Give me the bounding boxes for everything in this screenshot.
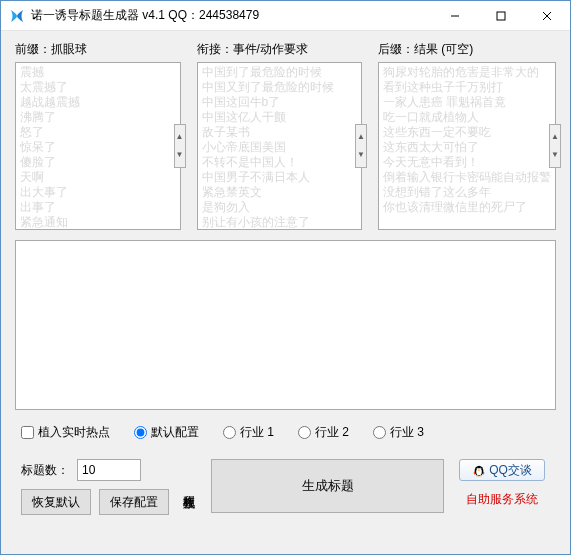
svg-rect-1	[497, 12, 505, 20]
list-item[interactable]: 傻脸了	[20, 155, 176, 170]
prefix-scroll[interactable]: ▲▼	[174, 124, 186, 168]
svg-point-11	[476, 475, 479, 476]
list-item[interactable]: 中国男子不满日本人	[202, 170, 358, 185]
suffix-scroll[interactable]: ▲▼	[549, 124, 561, 168]
restore-default-button[interactable]: 恢复默认	[21, 489, 91, 515]
list-item[interactable]: 小心帝底国美国	[202, 140, 358, 155]
bridge-scroll[interactable]: ▲▼	[355, 124, 367, 168]
title-count-input[interactable]	[77, 459, 141, 481]
list-item[interactable]: 沸腾了	[20, 110, 176, 125]
list-item[interactable]: 紧急禁英文	[202, 185, 358, 200]
list-item[interactable]: 看到这种虫子千万别打	[383, 80, 551, 95]
hotspot-checkbox[interactable]: 植入实时热点	[21, 424, 110, 441]
count-label: 标题数：	[21, 462, 69, 479]
right-links: QQ交谈 自助服务系统	[454, 459, 550, 508]
list-item[interactable]: 狗尿对轮胎的危害是非常大的	[383, 65, 551, 80]
output-textarea[interactable]	[15, 240, 556, 410]
list-item[interactable]: 你也该清理微信里的死尸了	[383, 200, 551, 215]
default-config-radio[interactable]: 默认配置	[134, 424, 199, 441]
columns-row: 前缀：抓眼球 震撼太震撼了越战越震撼沸腾了怒了惊呆了傻脸了天啊出大事了出事了紧急…	[15, 41, 556, 230]
list-item[interactable]: 怒了	[20, 125, 176, 140]
self-service-link[interactable]: 自助服务系统	[466, 491, 538, 508]
list-item[interactable]: 天啊	[20, 170, 176, 185]
suffix-column: 后缀：结果 (可空) 狗尿对轮胎的危害是非常大的看到这种虫子千万别打一家人患癌 …	[378, 41, 556, 230]
bridge-list[interactable]: 中国到了最危险的时候中国又到了最危险的时候中国这回牛b了中国这亿人干颤敌子某书小…	[197, 62, 363, 230]
suffix-label: 后缀：结果 (可空)	[378, 41, 556, 58]
generate-title-button[interactable]: 生成标题	[211, 459, 444, 513]
list-item[interactable]: 惊呆了	[20, 140, 176, 155]
list-item[interactable]: 敌子某书	[202, 125, 358, 140]
app-window: 诺一诱导标题生成器 v4.1 QQ：244538479 前缀：抓眼球 震撼太震撼…	[0, 0, 571, 555]
industry-3-radio[interactable]: 行业 3	[373, 424, 424, 441]
suffix-list[interactable]: 狗尿对轮胎的危害是非常大的看到这种虫子千万别打一家人患癌 罪魁祸首竟吃一口就成植…	[378, 62, 556, 230]
list-item[interactable]: 这些东西一定不要吃	[383, 125, 551, 140]
bridge-label: 衔接：事件/动作要求	[197, 41, 363, 58]
svg-point-9	[480, 468, 481, 469]
list-item[interactable]: 吃一口就成植物人	[383, 110, 551, 125]
content-area: 前缀：抓眼球 震撼太震撼了越战越震撼沸腾了怒了惊呆了傻脸了天啊出大事了出事了紧急…	[1, 31, 570, 554]
list-item[interactable]: 震撼	[20, 65, 176, 80]
list-item[interactable]: 没想到错了这么多年	[383, 185, 551, 200]
list-item[interactable]: 出大事了	[20, 185, 176, 200]
titlebar: 诺一诱导标题生成器 v4.1 QQ：244538479	[1, 1, 570, 31]
maximize-button[interactable]	[478, 1, 524, 31]
options-row: 植入实时热点 默认配置 行业 1 行业 2 行业 3	[15, 424, 556, 441]
list-item[interactable]: 太震撼了	[20, 80, 176, 95]
list-item[interactable]: 中国又到了最危险的时候	[202, 80, 358, 95]
window-title: 诺一诱导标题生成器 v4.1 QQ：244538479	[31, 7, 259, 24]
industry-1-radio[interactable]: 行业 1	[223, 424, 274, 441]
list-item[interactable]: 越战越震撼	[20, 95, 176, 110]
qq-chat-button[interactable]: QQ交谈	[459, 459, 545, 481]
list-item[interactable]: 这东西太大可怕了	[383, 140, 551, 155]
app-icon	[9, 8, 25, 24]
svg-point-10	[478, 470, 480, 471]
list-item[interactable]: 紧急通知	[20, 215, 176, 229]
prefix-list[interactable]: 震撼太震撼了越战越震撼沸腾了怒了惊呆了傻脸了天啊出大事了出事了紧急通知紧为被禁了…	[15, 62, 181, 230]
list-item[interactable]: 出事了	[20, 200, 176, 215]
bridge-column: 衔接：事件/动作要求 中国到了最危险的时候中国又到了最危险的时候中国这回牛b了中…	[197, 41, 363, 230]
save-config-button[interactable]: 保存配置	[99, 489, 169, 515]
close-button[interactable]	[524, 1, 570, 31]
list-item[interactable]: 是狗勿入	[202, 200, 358, 215]
penguin-icon	[472, 463, 486, 477]
list-item[interactable]: 一家人患癌 罪魁祸首竟	[383, 95, 551, 110]
prefix-column: 前缀：抓眼球 震撼太震撼了越战越震撼沸腾了怒了惊呆了傻脸了天啊出大事了出事了紧急…	[15, 41, 181, 230]
minimize-button[interactable]	[432, 1, 478, 31]
list-item[interactable]: 倒着输入银行卡密码能自动报警	[383, 170, 551, 185]
list-item[interactable]: 今天无意中看到！	[383, 155, 551, 170]
bottom-row: 标题数： 恢复默认 保存配置 视频教程 生成标题 QQ交谈 自助服务系统	[15, 459, 556, 515]
list-item[interactable]: 别让有小孩的注意了	[202, 215, 358, 229]
list-item[interactable]: 中国这亿人干颤	[202, 110, 358, 125]
svg-point-12	[480, 475, 483, 476]
left-controls: 标题数： 恢复默认 保存配置	[21, 459, 169, 515]
list-item[interactable]: 中国到了最危险的时候	[202, 65, 358, 80]
industry-2-radio[interactable]: 行业 2	[298, 424, 349, 441]
list-item[interactable]: 不转不是中国人！	[202, 155, 358, 170]
svg-point-8	[477, 468, 478, 469]
list-item[interactable]: 中国这回牛b了	[202, 95, 358, 110]
prefix-label: 前缀：抓眼球	[15, 41, 181, 58]
